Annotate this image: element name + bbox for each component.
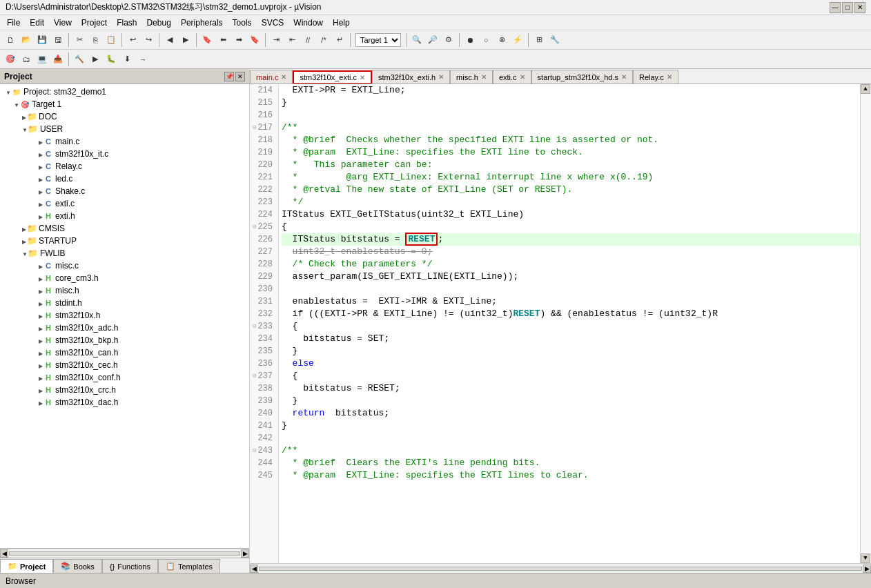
- panel-tab-project[interactable]: 📁 Project: [0, 559, 53, 573]
- menu-tools[interactable]: Tools: [228, 17, 256, 29]
- menu-view[interactable]: View: [50, 17, 76, 29]
- close-button[interactable]: ✕: [854, 2, 865, 13]
- cut-button[interactable]: ✂: [72, 32, 87, 48]
- indent-button[interactable]: ⇥: [268, 32, 284, 48]
- menu-svcs[interactable]: SVCS: [257, 17, 288, 29]
- bookmark-prev[interactable]: ⬅: [215, 32, 231, 48]
- paste-button[interactable]: 📋: [104, 32, 119, 48]
- code-vscroll[interactable]: ▲ ▼: [860, 84, 871, 563]
- panel-tab-functions[interactable]: {} Functions: [102, 559, 158, 573]
- tree-item-stm32f10x-h[interactable]: H stm32f10x.h: [0, 309, 249, 322]
- vscroll-down-button[interactable]: ▼: [861, 553, 870, 563]
- tree-item-exti-c[interactable]: C exti.c: [0, 197, 249, 210]
- panel-hscroll[interactable]: ◀ ▶: [0, 548, 249, 558]
- vscroll-up-button[interactable]: ▲: [861, 84, 870, 94]
- code-tab-exti-src[interactable]: exti.c ✕: [493, 70, 531, 84]
- new-button[interactable]: 🗋: [3, 32, 18, 48]
- open-button[interactable]: 📂: [19, 32, 34, 48]
- tab-close-icon[interactable]: ✕: [621, 73, 627, 81]
- redo-button[interactable]: ↪: [141, 32, 156, 48]
- hscroll-left-button[interactable]: ◀: [250, 565, 258, 573]
- save-all-button[interactable]: 🖫: [50, 32, 66, 48]
- tree-item-crc-h[interactable]: H stm32f10x_crc.h: [0, 384, 249, 396]
- erase-button[interactable]: ⊗: [494, 32, 509, 48]
- tree-item-cec-h[interactable]: H stm32f10x_cec.h: [0, 359, 249, 371]
- tree-item-shake-c[interactable]: C Shake.c: [0, 185, 249, 197]
- tree-item-startup[interactable]: 📁 STARTUP: [0, 235, 249, 247]
- flash-button[interactable]: ⚡: [510, 32, 525, 48]
- fold-icon-237[interactable]: ⊟: [253, 370, 256, 382]
- menu-peripherals[interactable]: Peripherals: [177, 17, 227, 29]
- fold-icon-217[interactable]: ⊟: [253, 121, 256, 134]
- code-hscroll[interactable]: ◀ ▶: [250, 563, 871, 573]
- uncomment-button[interactable]: /*: [316, 32, 331, 48]
- tree-item-stdint[interactable]: H stdint.h: [0, 297, 249, 309]
- tab-close-icon[interactable]: ✕: [481, 73, 487, 81]
- tab-close-icon[interactable]: ✕: [520, 73, 525, 81]
- menu-flash[interactable]: Flash: [112, 17, 141, 29]
- tree-item-misc-c[interactable]: C misc.c: [0, 259, 249, 272]
- scroll-left-button[interactable]: ◀: [0, 549, 8, 558]
- fold-icon-233[interactable]: ⊟: [253, 320, 256, 333]
- download-btn[interactable]: ⬇: [119, 52, 135, 67]
- undo-button[interactable]: ↩: [125, 32, 140, 48]
- tree-item-core-cm3[interactable]: H core_cm3.h: [0, 272, 249, 284]
- tree-item-target1[interactable]: 🎯 Target 1: [0, 98, 249, 110]
- display-btn[interactable]: ⊞: [531, 32, 547, 48]
- search-button[interactable]: 🔍: [409, 32, 424, 48]
- tree-item-stm32it[interactable]: C stm32f10x_it.c: [0, 148, 249, 160]
- tree-item-adc-h[interactable]: H stm32f10x_adc.h: [0, 322, 249, 334]
- run-btn[interactable]: ▶: [88, 52, 103, 67]
- code-content[interactable]: EXTI->PR = EXTI_Line; } /** * @brief Che…: [279, 84, 860, 563]
- outdent-button[interactable]: ⇤: [284, 32, 300, 48]
- maximize-button[interactable]: □: [842, 2, 853, 13]
- menu-help[interactable]: Help: [329, 17, 354, 29]
- menu-project[interactable]: Project: [77, 17, 111, 29]
- tree-item-cmsis[interactable]: 📁 CMSIS: [0, 222, 249, 235]
- menu-window[interactable]: Window: [289, 17, 327, 29]
- menu-debug[interactable]: Debug: [143, 17, 175, 29]
- scroll-right-button[interactable]: ▶: [241, 549, 249, 558]
- minimize-button[interactable]: —: [830, 2, 841, 13]
- comment-button[interactable]: //: [300, 32, 315, 48]
- stop-button[interactable]: ○: [478, 32, 493, 48]
- code-tab-exti-h[interactable]: stm32f10x_exti.h ✕: [372, 70, 450, 84]
- panel-tab-books[interactable]: 📚 Books: [53, 559, 102, 573]
- tab-close-icon[interactable]: ✕: [438, 73, 444, 81]
- step-btn[interactable]: →: [135, 52, 150, 67]
- code-tab-relay[interactable]: Relay.c ✕: [633, 70, 678, 84]
- menu-edit[interactable]: Edit: [26, 17, 48, 29]
- panel-tab-templates[interactable]: 📋 Templates: [158, 559, 220, 573]
- fold-icon-225[interactable]: ⊟: [253, 221, 256, 233]
- bookmark-clear[interactable]: 🔖: [247, 32, 262, 48]
- hscroll-right-button[interactable]: ▶: [863, 565, 871, 573]
- tree-item-dac-h[interactable]: H stm32f10x_dac.h: [0, 396, 249, 409]
- nav-fwd-button[interactable]: ▶: [178, 32, 193, 48]
- tree-item-relay-c[interactable]: C Relay.c: [0, 160, 249, 173]
- debug-load[interactable]: 📥: [50, 52, 66, 67]
- tool-btn[interactable]: 🔧: [547, 32, 562, 48]
- record-button[interactable]: ⏺: [462, 32, 478, 48]
- zoom-in[interactable]: 🔎: [425, 32, 440, 48]
- tab-close-icon[interactable]: ✕: [360, 74, 365, 81]
- panel-pin-button[interactable]: 📌: [224, 72, 234, 81]
- settings-button[interactable]: ⚙: [441, 32, 456, 48]
- bookmark-next[interactable]: ➡: [231, 32, 246, 48]
- copy-button[interactable]: ⎘: [88, 32, 103, 48]
- code-tab-misc-h[interactable]: misc.h ✕: [450, 70, 493, 84]
- tree-item-conf-h[interactable]: H stm32f10x_conf.h: [0, 371, 249, 384]
- tree-item-main-c[interactable]: C main.c: [0, 135, 249, 148]
- panel-close-button[interactable]: ✕: [235, 72, 245, 81]
- tree-item-fwlib[interactable]: 📁 FWLIB: [0, 247, 249, 259]
- bookmark-button[interactable]: 🔖: [199, 32, 215, 48]
- target-select[interactable]: Target 1: [355, 33, 401, 47]
- tree-item-doc[interactable]: 📁 DOC: [0, 110, 249, 123]
- tree-item-exti-h[interactable]: H exti.h: [0, 210, 249, 222]
- tab-close-icon[interactable]: ✕: [667, 73, 672, 81]
- tree-item-project[interactable]: 📁 Project: stm32_demo1: [0, 86, 249, 98]
- menu-file[interactable]: File: [3, 17, 24, 29]
- tab-close-icon[interactable]: ✕: [281, 73, 286, 81]
- debug-multi[interactable]: 🗂: [19, 52, 34, 67]
- debug-cpu[interactable]: 💻: [35, 52, 50, 67]
- tree-item-user[interactable]: 📁 USER: [0, 123, 249, 135]
